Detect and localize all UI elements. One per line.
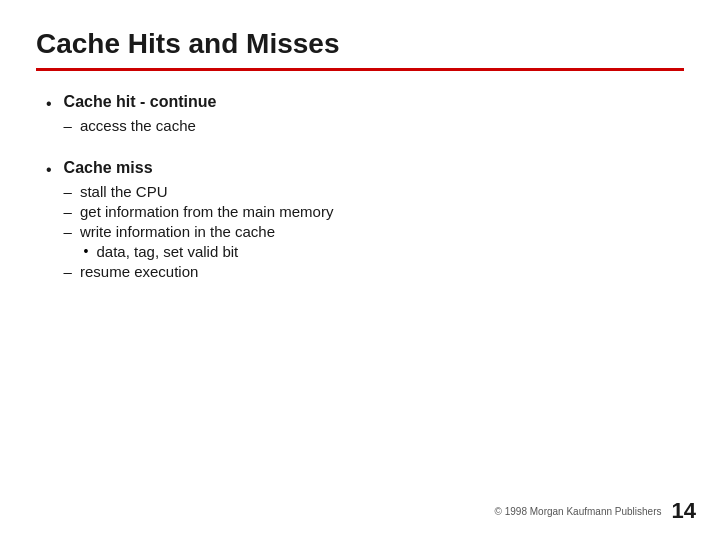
title-underline xyxy=(36,68,684,71)
bullet-2-title: Cache miss xyxy=(64,159,684,177)
bullet-2-sub-4-text: resume execution xyxy=(80,263,198,280)
bullet-2-sub-1-text: stall the CPU xyxy=(80,183,168,200)
copyright-text: © 1998 Morgan Kaufmann Publishers xyxy=(495,506,662,517)
slide: Cache Hits and Misses • Cache hit - cont… xyxy=(0,0,720,540)
bullet-2-marker: • xyxy=(46,161,52,179)
sub-bullet-icon: • xyxy=(84,243,89,259)
dash-icon: – xyxy=(64,183,72,200)
bullet-2-sub-1: – stall the CPU xyxy=(64,183,684,200)
dash-icon: – xyxy=(64,223,72,240)
dash-icon: – xyxy=(64,263,72,280)
dash-icon: – xyxy=(64,117,72,134)
bullet-2-content: Cache miss – stall the CPU – get informa… xyxy=(64,159,684,283)
bullet-2-sub-3: – write information in the cache xyxy=(64,223,684,240)
bullet-1-title: Cache hit - continue xyxy=(64,93,684,111)
bullet-1-sub-1-text: access the cache xyxy=(80,117,196,134)
bullet-2-section: • Cache miss – stall the CPU – get infor… xyxy=(46,159,684,283)
bullet-2-sub-2: – get information from the main memory xyxy=(64,203,684,220)
bullet-2-sub-3-text: write information in the cache xyxy=(80,223,275,240)
bullet-2-sub-sub-1: • data, tag, set valid bit xyxy=(84,243,684,260)
bullet-1-section: • Cache hit - continue – access the cach… xyxy=(46,93,684,137)
title-section: Cache Hits and Misses xyxy=(36,28,684,71)
page-number: 14 xyxy=(672,498,696,524)
slide-footer: © 1998 Morgan Kaufmann Publishers 14 xyxy=(495,498,696,524)
bullet-2-sub-2-text: get information from the main memory xyxy=(80,203,333,220)
bullet-2-sub-4: – resume execution xyxy=(64,263,684,280)
bullet-1-content: Cache hit - continue – access the cache xyxy=(64,93,684,137)
slide-content: • Cache hit - continue – access the cach… xyxy=(36,93,684,283)
bullet-2-sub-sub-1-text: data, tag, set valid bit xyxy=(97,243,239,260)
bullet-1-marker: • xyxy=(46,95,52,113)
bullet-1-sub-1: – access the cache xyxy=(64,117,684,134)
dash-icon: – xyxy=(64,203,72,220)
slide-title: Cache Hits and Misses xyxy=(36,28,684,60)
